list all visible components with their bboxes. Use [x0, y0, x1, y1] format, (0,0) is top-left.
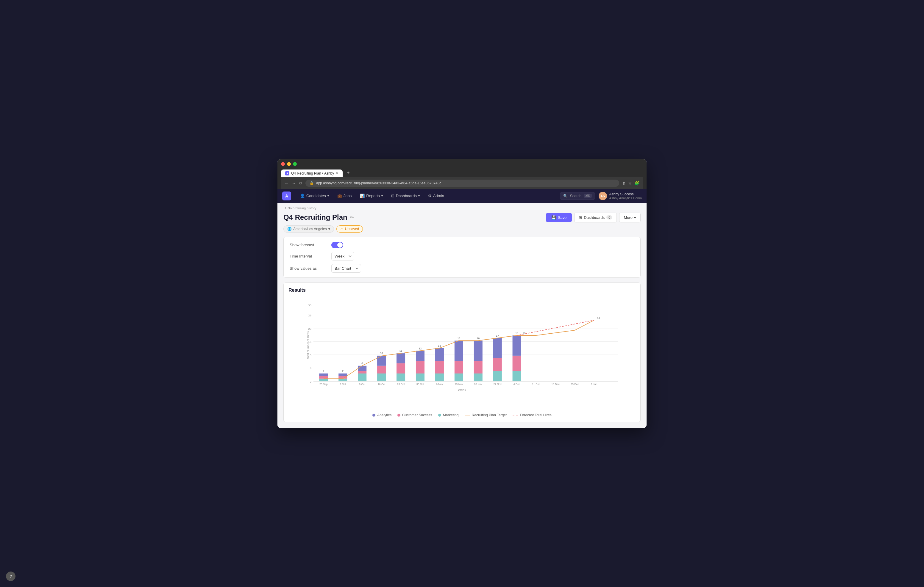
bar-analytics-6 [435, 348, 444, 361]
nav-label-admin: Admin [433, 194, 444, 198]
nav-item-reports[interactable]: 📊 Reports ▾ [356, 189, 387, 203]
app-nav: A 👤 Candidates ▾ 💼 Jobs 📊 Reports ▾ ⊞ Da… [277, 189, 647, 203]
time-interval-control[interactable]: Week Day Month [331, 252, 354, 260]
x-label-0: 25 Sep [319, 382, 328, 385]
total-label-6: 13 [438, 344, 441, 347]
bar-mkt-4 [396, 373, 405, 381]
timezone-tag[interactable]: 🌐 America/Los Angeles ▾ [284, 225, 334, 233]
tab-bar: A Q4 Recruiting Plan • Ashby ✕ + [281, 168, 643, 177]
bookmark-icon[interactable]: ☆ [628, 181, 632, 186]
y-label-20: 20 [308, 327, 311, 330]
x-label-2: 9 Oct [359, 382, 365, 385]
search-label: Search [570, 194, 581, 198]
show-values-select[interactable]: Bar Chart Line Chart Table [331, 264, 361, 273]
y-label-5: 5 [310, 367, 311, 370]
show-values-row: Show values as Bar Chart Line Chart Tabl… [290, 264, 634, 273]
chevron-down-icon-reports: ▾ [381, 194, 383, 197]
bar-analytics-1 [338, 373, 347, 376]
warning-icon: ⚠ [340, 227, 343, 231]
forecast-toggle[interactable] [331, 242, 343, 248]
more-button[interactable]: More ▾ [619, 213, 640, 222]
results-title: Results [289, 288, 635, 293]
bar-mkt-1 [338, 378, 347, 381]
x-label-9: 27 Nov [493, 382, 502, 385]
legend-forecast: Forecast Total Hires [513, 413, 551, 417]
save-icon: 💾 [551, 215, 556, 220]
x-label-10: 4 Dec [513, 382, 520, 385]
close-button[interactable] [281, 162, 285, 166]
show-values-control[interactable]: Bar Chart Line Chart Table [331, 264, 361, 273]
customer-success-dot [398, 414, 400, 417]
tab-favicon: A [285, 171, 289, 176]
bar-analytics-7 [455, 340, 463, 361]
tags-row: 🌐 America/Los Angeles ▾ ⚠ Unsaved [284, 225, 640, 233]
dashboard-add-icon: ⊞ [579, 215, 582, 220]
tab-close-button[interactable]: ✕ [336, 171, 338, 175]
search-box[interactable]: 🔍 Search ⌘K [560, 192, 595, 200]
marketing-dot [438, 414, 441, 417]
time-interval-select[interactable]: Week Day Month [331, 252, 354, 260]
bar-mkt-2 [358, 373, 366, 381]
show-values-label: Show values as [290, 266, 331, 271]
save-button[interactable]: 💾 Save [546, 213, 572, 222]
x-label-5: 30 Oct [416, 382, 424, 385]
bar-cs-0 [319, 376, 328, 378]
x-label-14: 1 Jan [591, 382, 597, 385]
bar-mkt-3 [377, 373, 386, 381]
extensions-icon[interactable]: 🧩 [634, 181, 639, 186]
legend-marketing: Marketing [438, 413, 459, 417]
back-button[interactable]: ← [285, 181, 289, 186]
chart-icon: 📊 [360, 194, 365, 198]
bar-cs-3 [377, 365, 386, 373]
total-label-8: 16 [477, 337, 480, 340]
minimize-button[interactable] [287, 162, 291, 166]
nav-item-dashboards[interactable]: ⊞ Dashboards ▾ [387, 189, 424, 203]
nav-label-jobs: Jobs [343, 194, 351, 198]
nav-item-admin[interactable]: ⚙ Admin [424, 189, 448, 203]
forward-button[interactable]: → [292, 181, 296, 186]
nav-item-candidates[interactable]: 👤 Candidates ▾ [296, 189, 333, 203]
bar-analytics-5 [416, 350, 424, 361]
url-text: app.ashbyhq.com/recruiting-planner/ea263… [316, 181, 441, 185]
refresh-button[interactable]: ↻ [299, 181, 302, 186]
url-input[interactable]: 🔒 app.ashbyhq.com/recruiting-planner/ea2… [305, 179, 619, 187]
globe-icon: 🌐 [287, 227, 292, 231]
time-interval-row: Time Interval Week Day Month [290, 252, 634, 260]
y-label-0: 0 [310, 380, 312, 383]
search-kbd: ⌘K [584, 194, 592, 198]
save-label: Save [558, 215, 567, 220]
nav-label-candidates: Candidates [306, 194, 326, 198]
user-avatar[interactable]: AS [599, 192, 607, 200]
page-actions: 💾 Save ⊞ Dashboards 0 More ▾ [546, 213, 641, 222]
maximize-button[interactable] [293, 162, 297, 166]
browser-window: A Q4 Recruiting Plan • Ashby ✕ + ← → ↻ 🔒… [277, 159, 647, 428]
browser-tab-active[interactable]: A Q4 Recruiting Plan • Ashby ✕ [281, 169, 343, 177]
app-logo: A [282, 191, 291, 201]
unsaved-label: Unsaved [345, 227, 359, 231]
bar-cs-4 [396, 363, 405, 373]
dashboards-button[interactable]: ⊞ Dashboards 0 [574, 213, 617, 222]
bar-chart-svg: 0 5 10 15 20 25 30 Total Number of Hires [304, 301, 620, 390]
x-label-3: 16 Oct [378, 382, 386, 385]
tab-title: Q4 Recruiting Plan • Ashby [291, 171, 334, 176]
total-label-5: 12 [419, 347, 422, 350]
help-button[interactable]: ? [6, 572, 15, 581]
total-label-0: 2 [323, 370, 324, 373]
bar-mkt-0 [319, 378, 328, 381]
dashboards-count: 0 [606, 215, 612, 219]
edit-icon[interactable]: ✏ [350, 215, 354, 220]
x-label-13: 25 Dec [571, 382, 579, 385]
chart-legend: Analytics Customer Success Marketing Rec… [289, 413, 635, 417]
nav-item-jobs[interactable]: 💼 Jobs [333, 189, 356, 203]
share-icon[interactable]: ⬆ [622, 181, 626, 186]
traffic-lights [281, 162, 643, 166]
analytics-dot [372, 414, 375, 417]
bar-cs-10 [513, 355, 521, 370]
bar-mkt-7 [455, 373, 463, 381]
address-bar: ← → ↻ 🔒 app.ashbyhq.com/recruiting-plann… [281, 177, 643, 189]
main-content: ↺ No browsing history Q4 Recruiting Plan… [277, 203, 647, 428]
results-card: Results 0 5 10 15 20 25 30 [284, 283, 640, 422]
x-label-12: 18 Dec [551, 382, 559, 385]
page-header: Q4 Recruiting Plan ✏ 💾 Save ⊞ Dashboards… [284, 213, 640, 222]
new-tab-button[interactable]: + [344, 168, 353, 177]
